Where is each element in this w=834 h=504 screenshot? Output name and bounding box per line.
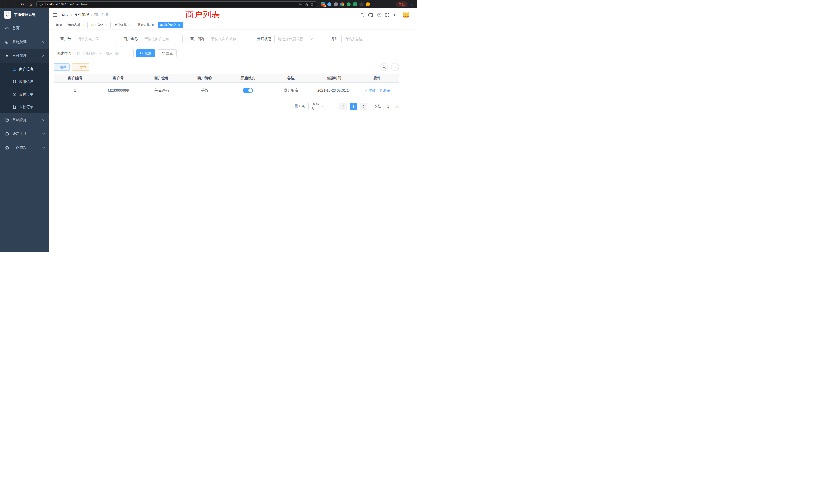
extension-drop-icon[interactable]	[327, 2, 331, 6]
sidebar-item-home[interactable]: 首页	[0, 21, 49, 35]
status-select[interactable]: 请选择开启状态	[275, 35, 316, 43]
close-icon[interactable]: ×	[128, 23, 131, 27]
full-name-input[interactable]	[141, 35, 182, 43]
user-menu[interactable]	[402, 11, 413, 19]
tab-process-form[interactable]: 流程表单×	[66, 22, 88, 28]
sidebar-item-pay-order[interactable]: 支付订单	[0, 88, 49, 100]
cell-merchant-no: M233666999	[97, 83, 140, 98]
col-short-name: 商户简称	[183, 74, 226, 83]
next-page-button[interactable]	[360, 102, 367, 110]
sidebar-item-payment[interactable]: ¥ 支付管理	[0, 49, 49, 63]
goto-label: 前往	[374, 104, 381, 109]
filter-merchant-no: 商户号	[54, 35, 116, 43]
monitor-chart-icon	[5, 118, 9, 122]
extension-avatar-icon[interactable]	[366, 2, 370, 6]
sidebar-item-workflow[interactable]: 工作流程	[0, 141, 49, 155]
edit-button[interactable]: 修改	[365, 88, 375, 93]
field-label: 备注	[321, 37, 338, 41]
sidebar-item-infrastructure[interactable]: 基础设施	[0, 113, 49, 127]
date-range-picker[interactable]: 开始日期 - 结束日期	[74, 49, 133, 58]
tab-merchant-info[interactable]: 商户信息×	[158, 22, 183, 28]
tab-home[interactable]: 首页	[54, 22, 64, 28]
export-button[interactable]: 导出	[72, 63, 89, 71]
refresh-icon[interactable]: ↻	[19, 1, 26, 8]
sidebar-item-app-info[interactable]: 应用信息	[0, 75, 49, 88]
svg-text:?: ?	[378, 13, 380, 16]
tab-user-group[interactable]: 用户分组×	[89, 22, 111, 28]
logo-rabbit-icon	[4, 11, 11, 19]
sidebar-fold-icon[interactable]	[52, 12, 58, 18]
active-dot	[160, 24, 162, 26]
sidebar-item-devtools[interactable]: 研发工具	[0, 127, 49, 141]
url-bar[interactable]: localhost:1024/pay/merchant	[37, 1, 317, 7]
field-label: 创建时间	[54, 51, 71, 56]
cell-create-time: 2021-10-23 08:31:14	[312, 83, 356, 98]
reset-button[interactable]: 重置	[158, 49, 177, 57]
delete-button[interactable]: 删除	[379, 88, 390, 93]
breadcrumb-home[interactable]: 首页	[62, 13, 69, 17]
tab-pay-order[interactable]: 支付订单×	[112, 22, 134, 28]
font-size-icon[interactable]: TT	[393, 13, 398, 17]
sidebar-item-refund-order[interactable]: 退款订单	[0, 100, 49, 113]
sidebar-item-label: 退款订单	[19, 105, 34, 109]
browser-update-button[interactable]: 更新	[396, 1, 408, 7]
remark-input[interactable]	[341, 35, 389, 43]
extension-grid-icon[interactable]: 10	[321, 2, 325, 6]
close-icon[interactable]: ×	[151, 23, 155, 27]
target-icon	[12, 92, 17, 96]
bookmark-star-icon[interactable]	[310, 2, 314, 6]
chevron-down-icon	[310, 38, 313, 40]
forward-icon[interactable]: →	[11, 1, 18, 8]
grid-icon	[12, 80, 17, 84]
toggle-search-button[interactable]	[380, 63, 388, 71]
filter-short-name: 商户简称	[187, 35, 249, 43]
search-icon[interactable]	[360, 13, 364, 17]
close-icon[interactable]: ×	[177, 23, 181, 27]
close-icon[interactable]: ×	[82, 23, 85, 27]
field-label: 商户简称	[187, 37, 205, 41]
home-icon[interactable]: ⌂	[27, 1, 34, 8]
extension-rainbow-icon[interactable]	[340, 2, 344, 6]
status-toggle[interactable]	[243, 88, 253, 93]
extension-green-circle-icon[interactable]	[347, 2, 351, 6]
sidebar-item-label: 研发工具	[12, 132, 27, 136]
merchant-no-input[interactable]	[74, 35, 116, 43]
tab-refund-order[interactable]: 退款订单×	[135, 22, 157, 28]
help-icon[interactable]: ?	[377, 13, 381, 17]
filter-row-2: 创建时间 开始日期 - 结束日期 搜索	[54, 49, 412, 58]
breadcrumb-current: 商户信息	[94, 13, 109, 17]
sidebar-item-merchant-info[interactable]: 商户信息	[0, 63, 49, 75]
url-text: localhost:1024/pay/merchant	[45, 2, 297, 6]
refresh-table-button[interactable]	[391, 63, 399, 71]
extension-dark-icon[interactable]	[359, 2, 364, 6]
password-key-icon[interactable]	[299, 2, 303, 6]
extension-note-icon[interactable]	[353, 2, 357, 6]
pagination-total: 共 1 条	[294, 104, 305, 109]
page-size-select[interactable]: 10条/页	[308, 102, 333, 110]
goto-page-input[interactable]	[383, 102, 393, 110]
fullscreen-icon[interactable]	[385, 13, 390, 17]
share-icon[interactable]	[305, 3, 308, 6]
breadcrumb-payment[interactable]: 支付管理	[74, 13, 89, 17]
cell-remark: 我是备注	[269, 83, 312, 98]
col-full-name: 商户全称	[140, 74, 183, 83]
search-button[interactable]: 搜索	[136, 49, 155, 57]
sidebar-item-system[interactable]: 系统管理	[0, 35, 49, 49]
sidebar-item-label: 系统管理	[12, 40, 27, 44]
chevron-down-icon	[42, 119, 45, 121]
github-icon[interactable]	[368, 13, 373, 18]
add-button[interactable]: + 新增	[54, 63, 70, 71]
site-info-icon[interactable]	[39, 3, 43, 6]
back-icon[interactable]: ←	[3, 1, 9, 8]
sidebar-logo[interactable]: 芋道管理系统	[0, 8, 49, 21]
extension-gray-icon[interactable]	[334, 2, 338, 6]
screen: ← → ↻ ⌂ localhost:1024/pay/merchant 10	[0, 0, 417, 252]
browser-menu-icon[interactable]: ⋮	[409, 2, 414, 7]
current-page[interactable]: 1	[350, 102, 357, 110]
prev-page-button[interactable]	[339, 102, 347, 110]
filter-row-1: 商户号 商户全称 商户简称 开启状态 请选择开启状态	[54, 35, 412, 43]
close-icon[interactable]: ×	[105, 23, 108, 27]
cell-short-name: 芋艿	[183, 83, 226, 98]
short-name-input[interactable]	[208, 35, 249, 43]
filter-create-time: 创建时间 开始日期 - 结束日期	[54, 49, 133, 58]
